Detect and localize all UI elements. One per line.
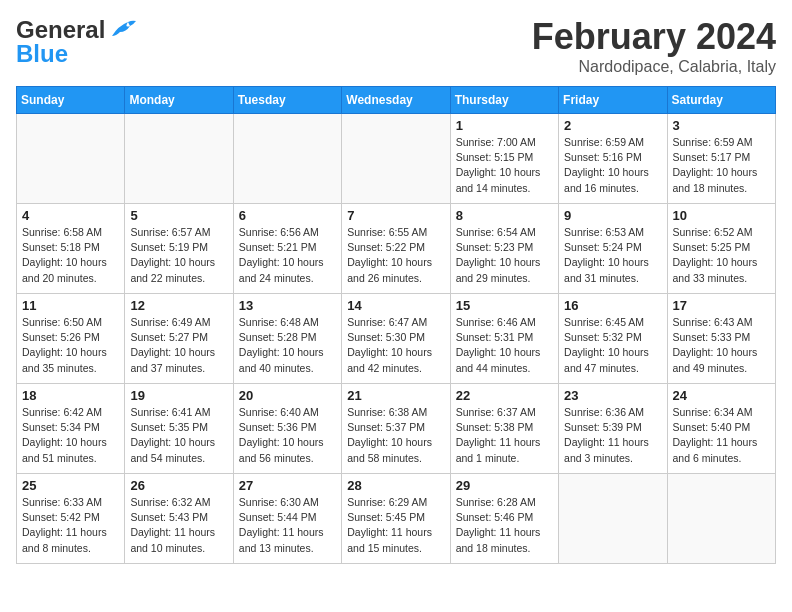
day-number: 7 (347, 208, 444, 223)
calendar-week-row: 25Sunrise: 6:33 AM Sunset: 5:42 PM Dayli… (17, 474, 776, 564)
day-number: 12 (130, 298, 227, 313)
calendar-week-row: 1Sunrise: 7:00 AM Sunset: 5:15 PM Daylig… (17, 114, 776, 204)
calendar-day-cell: 29Sunrise: 6:28 AM Sunset: 5:46 PM Dayli… (450, 474, 558, 564)
day-info: Sunrise: 6:37 AM Sunset: 5:38 PM Dayligh… (456, 405, 553, 466)
day-info: Sunrise: 6:46 AM Sunset: 5:31 PM Dayligh… (456, 315, 553, 376)
day-number: 8 (456, 208, 553, 223)
day-of-week-header: Tuesday (233, 87, 341, 114)
day-number: 3 (673, 118, 770, 133)
calendar-day-cell: 1Sunrise: 7:00 AM Sunset: 5:15 PM Daylig… (450, 114, 558, 204)
calendar-day-cell: 4Sunrise: 6:58 AM Sunset: 5:18 PM Daylig… (17, 204, 125, 294)
calendar-day-cell: 21Sunrise: 6:38 AM Sunset: 5:37 PM Dayli… (342, 384, 450, 474)
day-info: Sunrise: 6:48 AM Sunset: 5:28 PM Dayligh… (239, 315, 336, 376)
calendar-day-cell: 6Sunrise: 6:56 AM Sunset: 5:21 PM Daylig… (233, 204, 341, 294)
calendar-day-cell: 9Sunrise: 6:53 AM Sunset: 5:24 PM Daylig… (559, 204, 667, 294)
calendar-table: SundayMondayTuesdayWednesdayThursdayFrid… (16, 86, 776, 564)
calendar-day-cell: 11Sunrise: 6:50 AM Sunset: 5:26 PM Dayli… (17, 294, 125, 384)
calendar-day-cell: 24Sunrise: 6:34 AM Sunset: 5:40 PM Dayli… (667, 384, 775, 474)
day-number: 16 (564, 298, 661, 313)
calendar-day-cell: 14Sunrise: 6:47 AM Sunset: 5:30 PM Dayli… (342, 294, 450, 384)
day-info: Sunrise: 6:53 AM Sunset: 5:24 PM Dayligh… (564, 225, 661, 286)
calendar-day-cell: 5Sunrise: 6:57 AM Sunset: 5:19 PM Daylig… (125, 204, 233, 294)
calendar-day-cell: 27Sunrise: 6:30 AM Sunset: 5:44 PM Dayli… (233, 474, 341, 564)
day-of-week-header: Monday (125, 87, 233, 114)
day-info: Sunrise: 6:59 AM Sunset: 5:17 PM Dayligh… (673, 135, 770, 196)
day-number: 19 (130, 388, 227, 403)
calendar-day-cell: 19Sunrise: 6:41 AM Sunset: 5:35 PM Dayli… (125, 384, 233, 474)
calendar-week-row: 11Sunrise: 6:50 AM Sunset: 5:26 PM Dayli… (17, 294, 776, 384)
day-info: Sunrise: 6:50 AM Sunset: 5:26 PM Dayligh… (22, 315, 119, 376)
day-info: Sunrise: 6:42 AM Sunset: 5:34 PM Dayligh… (22, 405, 119, 466)
calendar-day-cell: 25Sunrise: 6:33 AM Sunset: 5:42 PM Dayli… (17, 474, 125, 564)
calendar-day-cell (667, 474, 775, 564)
calendar-day-cell: 7Sunrise: 6:55 AM Sunset: 5:22 PM Daylig… (342, 204, 450, 294)
calendar-day-cell: 22Sunrise: 6:37 AM Sunset: 5:38 PM Dayli… (450, 384, 558, 474)
calendar-day-cell: 20Sunrise: 6:40 AM Sunset: 5:36 PM Dayli… (233, 384, 341, 474)
calendar-day-cell (342, 114, 450, 204)
calendar-header-row: SundayMondayTuesdayWednesdayThursdayFrid… (17, 87, 776, 114)
day-info: Sunrise: 7:00 AM Sunset: 5:15 PM Dayligh… (456, 135, 553, 196)
calendar-week-row: 18Sunrise: 6:42 AM Sunset: 5:34 PM Dayli… (17, 384, 776, 474)
day-number: 2 (564, 118, 661, 133)
day-number: 23 (564, 388, 661, 403)
day-info: Sunrise: 6:57 AM Sunset: 5:19 PM Dayligh… (130, 225, 227, 286)
day-info: Sunrise: 6:33 AM Sunset: 5:42 PM Dayligh… (22, 495, 119, 556)
day-info: Sunrise: 6:28 AM Sunset: 5:46 PM Dayligh… (456, 495, 553, 556)
calendar-day-cell: 18Sunrise: 6:42 AM Sunset: 5:34 PM Dayli… (17, 384, 125, 474)
day-of-week-header: Sunday (17, 87, 125, 114)
day-number: 21 (347, 388, 444, 403)
day-info: Sunrise: 6:41 AM Sunset: 5:35 PM Dayligh… (130, 405, 227, 466)
day-number: 5 (130, 208, 227, 223)
logo-blue: Blue (16, 40, 68, 68)
calendar-day-cell: 26Sunrise: 6:32 AM Sunset: 5:43 PM Dayli… (125, 474, 233, 564)
calendar-day-cell: 12Sunrise: 6:49 AM Sunset: 5:27 PM Dayli… (125, 294, 233, 384)
day-info: Sunrise: 6:30 AM Sunset: 5:44 PM Dayligh… (239, 495, 336, 556)
day-number: 22 (456, 388, 553, 403)
day-info: Sunrise: 6:56 AM Sunset: 5:21 PM Dayligh… (239, 225, 336, 286)
day-of-week-header: Thursday (450, 87, 558, 114)
calendar-day-cell (17, 114, 125, 204)
day-info: Sunrise: 6:40 AM Sunset: 5:36 PM Dayligh… (239, 405, 336, 466)
day-number: 17 (673, 298, 770, 313)
day-number: 1 (456, 118, 553, 133)
day-of-week-header: Saturday (667, 87, 775, 114)
day-info: Sunrise: 6:58 AM Sunset: 5:18 PM Dayligh… (22, 225, 119, 286)
day-info: Sunrise: 6:54 AM Sunset: 5:23 PM Dayligh… (456, 225, 553, 286)
day-number: 26 (130, 478, 227, 493)
title-area: February 2024 Nardodipace, Calabria, Ita… (532, 16, 776, 76)
day-info: Sunrise: 6:29 AM Sunset: 5:45 PM Dayligh… (347, 495, 444, 556)
calendar-day-cell (233, 114, 341, 204)
day-info: Sunrise: 6:45 AM Sunset: 5:32 PM Dayligh… (564, 315, 661, 376)
day-number: 29 (456, 478, 553, 493)
calendar-day-cell (125, 114, 233, 204)
day-number: 14 (347, 298, 444, 313)
calendar-day-cell: 16Sunrise: 6:45 AM Sunset: 5:32 PM Dayli… (559, 294, 667, 384)
calendar-title: February 2024 (532, 16, 776, 58)
calendar-day-cell: 17Sunrise: 6:43 AM Sunset: 5:33 PM Dayli… (667, 294, 775, 384)
day-of-week-header: Wednesday (342, 87, 450, 114)
day-info: Sunrise: 6:43 AM Sunset: 5:33 PM Dayligh… (673, 315, 770, 376)
day-info: Sunrise: 6:38 AM Sunset: 5:37 PM Dayligh… (347, 405, 444, 466)
day-info: Sunrise: 6:55 AM Sunset: 5:22 PM Dayligh… (347, 225, 444, 286)
calendar-day-cell (559, 474, 667, 564)
calendar-day-cell: 23Sunrise: 6:36 AM Sunset: 5:39 PM Dayli… (559, 384, 667, 474)
day-of-week-header: Friday (559, 87, 667, 114)
day-number: 27 (239, 478, 336, 493)
logo: General Blue (16, 16, 136, 68)
day-info: Sunrise: 6:32 AM Sunset: 5:43 PM Dayligh… (130, 495, 227, 556)
calendar-day-cell: 8Sunrise: 6:54 AM Sunset: 5:23 PM Daylig… (450, 204, 558, 294)
day-number: 18 (22, 388, 119, 403)
day-info: Sunrise: 6:52 AM Sunset: 5:25 PM Dayligh… (673, 225, 770, 286)
day-number: 24 (673, 388, 770, 403)
day-number: 25 (22, 478, 119, 493)
day-info: Sunrise: 6:59 AM Sunset: 5:16 PM Dayligh… (564, 135, 661, 196)
day-info: Sunrise: 6:49 AM Sunset: 5:27 PM Dayligh… (130, 315, 227, 376)
day-number: 11 (22, 298, 119, 313)
calendar-day-cell: 28Sunrise: 6:29 AM Sunset: 5:45 PM Dayli… (342, 474, 450, 564)
header: General Blue February 2024 Nardodipace, … (16, 16, 776, 76)
calendar-day-cell: 10Sunrise: 6:52 AM Sunset: 5:25 PM Dayli… (667, 204, 775, 294)
day-number: 28 (347, 478, 444, 493)
day-info: Sunrise: 6:36 AM Sunset: 5:39 PM Dayligh… (564, 405, 661, 466)
calendar-day-cell: 3Sunrise: 6:59 AM Sunset: 5:17 PM Daylig… (667, 114, 775, 204)
day-number: 4 (22, 208, 119, 223)
